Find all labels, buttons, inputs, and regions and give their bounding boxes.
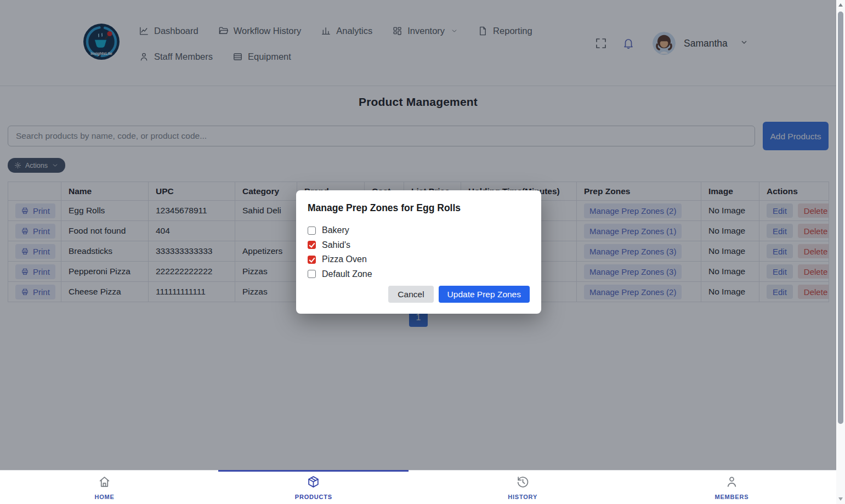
scrollbar-thumb[interactable] [838, 12, 843, 424]
modal-title: Manage Prep Zones for Egg Rolls [308, 202, 530, 214]
checkbox-pizza-oven[interactable] [308, 256, 316, 264]
bottom-nav-products[interactable]: PRODUCTS [209, 471, 418, 504]
zone-row-sahids: Sahid's [308, 238, 530, 253]
app-root: InsightsLite Dashboard Workflow History … [0, 0, 845, 504]
scrollbar-down-arrow[interactable] [838, 497, 843, 501]
cube-icon [307, 475, 320, 491]
bottom-nav-members[interactable]: MEMBERS [627, 471, 836, 504]
zone-row-pizza-oven: Pizza Oven [308, 252, 530, 267]
checkbox-bakery[interactable] [308, 226, 316, 235]
scrollbar-up-arrow[interactable] [838, 3, 843, 7]
zone-row-default-zone: Default Zone [308, 267, 530, 282]
history-icon [516, 475, 530, 491]
vertical-scrollbar[interactable] [836, 0, 845, 504]
bottom-nav-home[interactable]: HOME [0, 471, 209, 504]
prep-zones-modal: Manage Prep Zones for Egg Rolls Bakery S… [296, 190, 541, 314]
home-icon [98, 475, 111, 491]
bottom-nav: HOME PRODUCTS HISTORY MEMBERS [0, 470, 836, 504]
update-prep-zones-button[interactable]: Update Prep Zones [439, 286, 530, 303]
checkbox-sahids[interactable] [308, 241, 316, 249]
bottom-nav-history[interactable]: HISTORY [418, 471, 627, 504]
zone-row-bakery: Bakery [308, 223, 530, 238]
checkbox-default-zone[interactable] [308, 270, 316, 278]
modal-footer: Cancel Update Prep Zones [388, 286, 530, 303]
cancel-button[interactable]: Cancel [388, 286, 433, 303]
person-icon [725, 475, 739, 491]
